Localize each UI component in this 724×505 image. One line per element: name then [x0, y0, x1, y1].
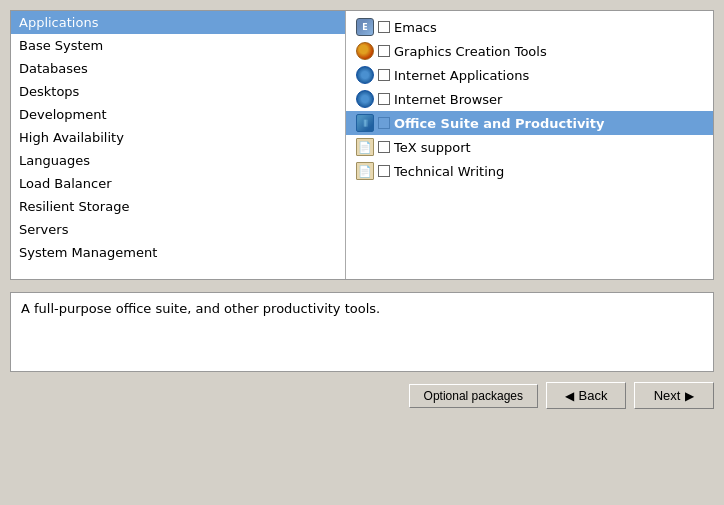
right-pane: EEmacsGraphics Creation ToolsInternet Ap…: [346, 11, 713, 279]
tex-icon: 📄: [354, 138, 376, 156]
left-list-item[interactable]: System Management: [11, 241, 345, 264]
left-list-item[interactable]: Databases: [11, 57, 345, 80]
right-list-item[interactable]: Internet Applications: [346, 63, 713, 87]
next-label: Next: [654, 388, 681, 403]
left-list-item[interactable]: Base System: [11, 34, 345, 57]
next-button[interactable]: Next ▶: [634, 382, 714, 409]
checkbox[interactable]: [378, 21, 390, 33]
checkbox[interactable]: [378, 93, 390, 105]
back-icon: ◀: [565, 389, 574, 403]
checkbox[interactable]: [378, 45, 390, 57]
emacs-icon: E: [354, 18, 376, 36]
left-list-item[interactable]: Load Balancer: [11, 172, 345, 195]
right-item-label: Technical Writing: [394, 164, 504, 179]
main-container: ApplicationsBase SystemDatabasesDesktops…: [0, 0, 724, 505]
description-area: A full-purpose office suite, and other p…: [10, 292, 714, 372]
next-icon: ▶: [685, 389, 694, 403]
right-list-item[interactable]: Office Suite and Productivity: [346, 111, 713, 135]
internet-apps-icon: [354, 66, 376, 84]
checkbox[interactable]: [378, 141, 390, 153]
right-item-label: Office Suite and Productivity: [394, 116, 605, 131]
left-list-item[interactable]: Servers: [11, 218, 345, 241]
right-item-label: Graphics Creation Tools: [394, 44, 547, 59]
right-item-label: Emacs: [394, 20, 437, 35]
left-list-item[interactable]: Desktops: [11, 80, 345, 103]
checkbox[interactable]: [378, 117, 390, 129]
optional-packages-button[interactable]: Optional packages: [409, 384, 538, 408]
back-button[interactable]: ◀ Back: [546, 382, 626, 409]
left-list-item[interactable]: Development: [11, 103, 345, 126]
office-icon: [354, 114, 376, 132]
left-list-item[interactable]: Applications: [11, 11, 345, 34]
right-item-label: Internet Applications: [394, 68, 529, 83]
bottom-bar: Optional packages ◀ Back Next ▶: [10, 382, 714, 409]
back-label: Back: [579, 388, 608, 403]
internet-browser-icon: [354, 90, 376, 108]
right-list-item[interactable]: Graphics Creation Tools: [346, 39, 713, 63]
graphics-icon: [354, 42, 376, 60]
right-item-label: TeX support: [394, 140, 471, 155]
right-list-item[interactable]: Internet Browser: [346, 87, 713, 111]
left-list-item[interactable]: Resilient Storage: [11, 195, 345, 218]
right-list-item[interactable]: EEmacs: [346, 15, 713, 39]
checkbox[interactable]: [378, 165, 390, 177]
left-list-item[interactable]: Languages: [11, 149, 345, 172]
description-text: A full-purpose office suite, and other p…: [21, 301, 380, 316]
right-item-label: Internet Browser: [394, 92, 502, 107]
left-pane: ApplicationsBase SystemDatabasesDesktops…: [11, 11, 346, 279]
right-list-item[interactable]: 📄TeX support: [346, 135, 713, 159]
right-list-item[interactable]: 📄Technical Writing: [346, 159, 713, 183]
tech-icon: 📄: [354, 162, 376, 180]
top-panel: ApplicationsBase SystemDatabasesDesktops…: [10, 10, 714, 280]
checkbox[interactable]: [378, 69, 390, 81]
left-list-item[interactable]: High Availability: [11, 126, 345, 149]
left-list: ApplicationsBase SystemDatabasesDesktops…: [11, 11, 345, 279]
